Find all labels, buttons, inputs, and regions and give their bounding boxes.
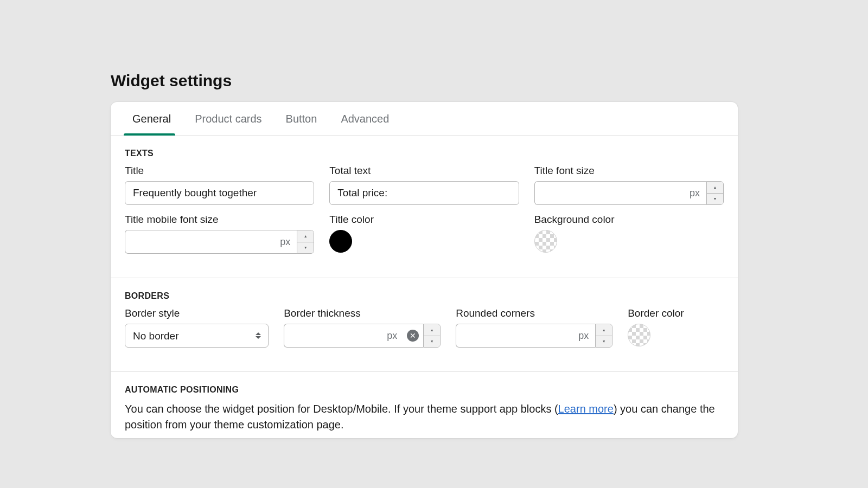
field-rounded-corners: Rounded corners px ▲ ▼ — [456, 307, 612, 348]
label-rounded-corners: Rounded corners — [456, 307, 612, 319]
field-border-color: Border color — [628, 307, 724, 348]
section-heading-positioning: AUTOMATIC POSITIONING — [125, 385, 724, 395]
section-positioning: AUTOMATIC POSITIONING You can choose the… — [111, 372, 738, 438]
swatch-border-color[interactable] — [628, 324, 650, 346]
input-title-font-size[interactable] — [534, 181, 706, 205]
input-title[interactable] — [125, 181, 314, 205]
label-border-thickness: Border thickness — [284, 307, 441, 319]
page-title: Widget settings — [99, 65, 750, 102]
field-title-color: Title color — [329, 214, 519, 254]
swatch-background-color[interactable] — [534, 230, 557, 253]
positioning-body: You can choose the widget position for D… — [125, 401, 724, 433]
field-border-thickness: Border thickness px ✕ ▲ ▼ — [284, 307, 441, 348]
label-title: Title — [125, 165, 314, 177]
input-title-mobile-font-size[interactable] — [125, 230, 297, 254]
positioning-text-before: You can choose the widget position for D… — [125, 403, 558, 415]
label-title-font-size: Title font size — [534, 165, 724, 177]
step-up-icon[interactable]: ▲ — [596, 324, 612, 336]
tab-advanced[interactable]: Advanced — [329, 102, 401, 135]
swatch-title-color[interactable] — [329, 230, 352, 253]
field-title: Title — [125, 165, 314, 205]
settings-panel: Widget settings General Product cards Bu… — [99, 65, 750, 427]
stepper-rounded-corners: ▲ ▼ — [595, 324, 612, 348]
step-down-icon[interactable]: ▼ — [707, 194, 723, 205]
tabs: General Product cards Button Advanced — [111, 102, 738, 136]
input-rounded-corners[interactable] — [456, 324, 595, 348]
tab-button[interactable]: Button — [274, 102, 329, 135]
step-down-icon[interactable]: ▼ — [297, 242, 314, 254]
section-heading-texts: TEXTS — [125, 149, 724, 158]
step-down-icon[interactable]: ▼ — [596, 336, 612, 348]
learn-more-link[interactable]: Learn more — [558, 403, 614, 415]
select-border-style[interactable]: No border — [125, 324, 269, 348]
section-borders: BORDERS Border style No border Border th… — [111, 278, 738, 372]
section-texts: TEXTS Title Total text Title font size p… — [111, 136, 738, 278]
input-border-thickness[interactable] — [284, 324, 423, 348]
field-title-mobile-font-size: Title mobile font size px ▲ ▼ — [125, 214, 314, 254]
step-down-icon[interactable]: ▼ — [424, 336, 440, 348]
tab-product-cards[interactable]: Product cards — [183, 102, 273, 135]
field-background-color: Background color — [534, 214, 724, 254]
stepper-title-mobile-font-size: ▲ ▼ — [297, 230, 314, 254]
field-border-style: Border style No border — [125, 307, 269, 348]
field-total-text: Total text — [329, 165, 519, 205]
stepper-title-font-size: ▲ ▼ — [706, 181, 724, 205]
label-border-color: Border color — [628, 307, 724, 319]
settings-card: General Product cards Button Advanced TE… — [111, 102, 738, 438]
step-up-icon[interactable]: ▲ — [424, 324, 440, 336]
label-title-color: Title color — [329, 214, 519, 226]
tab-general[interactable]: General — [120, 102, 183, 135]
clear-icon[interactable]: ✕ — [407, 330, 419, 342]
stepper-border-thickness: ▲ ▼ — [423, 324, 441, 348]
label-title-mobile-font-size: Title mobile font size — [125, 214, 314, 226]
section-heading-borders: BORDERS — [125, 291, 724, 301]
label-border-style: Border style — [125, 307, 269, 319]
step-up-icon[interactable]: ▲ — [297, 230, 314, 242]
label-background-color: Background color — [534, 214, 724, 226]
step-up-icon[interactable]: ▲ — [707, 182, 723, 194]
label-total-text: Total text — [329, 165, 519, 177]
input-total-text[interactable] — [329, 181, 519, 205]
field-title-font-size: Title font size px ▲ ▼ — [534, 165, 724, 205]
